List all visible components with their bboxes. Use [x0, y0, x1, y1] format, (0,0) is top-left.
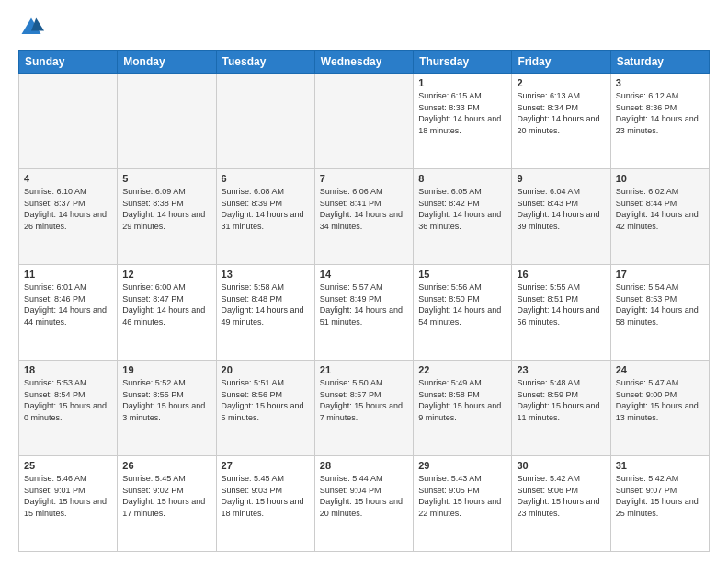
sunrise-label: Sunrise: 5:54 AM [616, 282, 679, 292]
daylight-label: Daylight: 14 hours and 44 minutes. [24, 305, 107, 327]
day-number: 17 [616, 269, 704, 280]
day-number: 13 [222, 269, 310, 280]
sunrise-label: Sunrise: 5:45 AM [222, 474, 285, 483]
sunset-label: Sunset: 8:58 PM [418, 390, 480, 399]
sunset-label: Sunset: 8:48 PM [222, 294, 283, 304]
calendar-cell: 3Sunrise: 6:12 AMSunset: 8:36 PMDaylight… [610, 74, 709, 169]
daylight-label: Daylight: 14 hours and 49 minutes. [222, 305, 304, 327]
day-number: 19 [122, 364, 210, 375]
sunrise-label: Sunrise: 5:42 AM [517, 474, 580, 483]
day-info: Sunrise: 5:50 AMSunset: 8:57 PMDaylight:… [320, 377, 408, 423]
day-info: Sunrise: 6:09 AMSunset: 8:38 PMDaylight:… [122, 186, 210, 232]
sunset-label: Sunset: 9:07 PM [616, 486, 677, 495]
day-info: Sunrise: 5:56 AMSunset: 8:50 PMDaylight:… [418, 282, 506, 327]
calendar-cell: 13Sunrise: 5:58 AMSunset: 8:48 PMDayligh… [216, 265, 314, 361]
sunset-label: Sunset: 8:53 PM [616, 294, 677, 304]
sunset-label: Sunset: 8:46 PM [24, 294, 85, 304]
calendar-table: SundayMondayTuesdayWednesdayThursdayFrid… [18, 50, 710, 552]
day-number: 9 [517, 173, 605, 184]
sunrise-label: Sunrise: 5:46 AM [24, 474, 87, 483]
day-number: 10 [616, 173, 704, 184]
day-info: Sunrise: 5:57 AMSunset: 8:49 PMDaylight:… [320, 282, 408, 327]
daylight-label: Daylight: 15 hours and 20 minutes. [320, 497, 403, 518]
day-number: 7 [320, 173, 408, 184]
calendar-cell: 31Sunrise: 5:42 AMSunset: 9:07 PMDayligh… [610, 456, 709, 552]
daylight-label: Daylight: 15 hours and 17 minutes. [122, 497, 205, 518]
calendar-cell: 19Sunrise: 5:52 AMSunset: 8:55 PMDayligh… [118, 361, 216, 456]
day-number: 28 [320, 460, 408, 471]
sunrise-label: Sunrise: 5:50 AM [320, 378, 383, 387]
day-info: Sunrise: 6:01 AMSunset: 8:46 PMDaylight:… [24, 282, 112, 327]
day-info: Sunrise: 5:49 AMSunset: 8:58 PMDaylight:… [418, 377, 506, 423]
day-info: Sunrise: 5:51 AMSunset: 8:56 PMDaylight:… [222, 377, 310, 423]
calendar-week-row: 1Sunrise: 6:15 AMSunset: 8:33 PMDaylight… [19, 74, 710, 169]
weekday-header-tuesday: Tuesday [216, 51, 314, 74]
calendar-cell: 7Sunrise: 6:06 AMSunset: 8:41 PMDaylight… [314, 169, 413, 265]
sunset-label: Sunset: 8:55 PM [122, 390, 184, 399]
daylight-label: Daylight: 14 hours and 46 minutes. [122, 305, 205, 327]
calendar-cell: 4Sunrise: 6:10 AMSunset: 8:37 PMDaylight… [19, 169, 118, 265]
weekday-header-friday: Friday [512, 51, 610, 74]
calendar-week-row: 4Sunrise: 6:10 AMSunset: 8:37 PMDaylight… [19, 169, 710, 265]
calendar-cell: 10Sunrise: 6:02 AMSunset: 8:44 PMDayligh… [610, 169, 709, 265]
sunrise-label: Sunrise: 5:47 AM [616, 378, 679, 387]
day-number: 27 [222, 460, 310, 471]
sunset-label: Sunset: 8:54 PM [24, 390, 85, 399]
daylight-label: Daylight: 15 hours and 7 minutes. [320, 401, 403, 422]
sunrise-label: Sunrise: 5:49 AM [418, 378, 482, 387]
day-number: 15 [418, 269, 506, 280]
day-info: Sunrise: 5:45 AMSunset: 9:03 PMDaylight:… [222, 473, 310, 519]
daylight-label: Daylight: 15 hours and 5 minutes. [222, 401, 304, 422]
day-info: Sunrise: 5:58 AMSunset: 8:48 PMDaylight:… [222, 282, 310, 327]
sunset-label: Sunset: 8:43 PM [517, 199, 578, 208]
day-number: 29 [418, 460, 506, 471]
daylight-label: Daylight: 15 hours and 23 minutes. [517, 497, 599, 518]
sunset-label: Sunset: 8:50 PM [418, 294, 480, 304]
calendar-cell: 5Sunrise: 6:09 AMSunset: 8:38 PMDaylight… [118, 169, 216, 265]
day-number: 26 [122, 460, 210, 471]
day-number: 21 [320, 364, 408, 375]
calendar-week-row: 11Sunrise: 6:01 AMSunset: 8:46 PMDayligh… [19, 265, 710, 361]
sunset-label: Sunset: 8:42 PM [418, 199, 480, 208]
day-number: 24 [616, 364, 704, 375]
sunrise-label: Sunrise: 6:04 AM [517, 187, 580, 196]
sunrise-label: Sunrise: 5:52 AM [122, 378, 186, 387]
weekday-header-thursday: Thursday [414, 51, 512, 74]
daylight-label: Daylight: 14 hours and 31 minutes. [222, 210, 304, 231]
day-number: 14 [320, 269, 408, 280]
day-number: 20 [222, 364, 310, 375]
calendar-cell: 24Sunrise: 5:47 AMSunset: 9:00 PMDayligh… [610, 361, 709, 456]
day-info: Sunrise: 6:02 AMSunset: 8:44 PMDaylight:… [616, 186, 704, 232]
logo [18, 15, 48, 40]
daylight-label: Daylight: 14 hours and 36 minutes. [418, 210, 501, 231]
sunrise-label: Sunrise: 6:08 AM [222, 187, 285, 196]
day-number: 18 [24, 364, 112, 375]
calendar-cell: 22Sunrise: 5:49 AMSunset: 8:58 PMDayligh… [414, 361, 512, 456]
day-number: 30 [517, 460, 605, 471]
sunset-label: Sunset: 8:56 PM [222, 390, 283, 399]
logo-icon [18, 15, 44, 40]
daylight-label: Daylight: 15 hours and 15 minutes. [24, 497, 107, 518]
weekday-header-wednesday: Wednesday [314, 51, 413, 74]
day-number: 22 [418, 364, 506, 375]
day-info: Sunrise: 5:44 AMSunset: 9:04 PMDaylight:… [320, 473, 408, 519]
calendar-cell: 15Sunrise: 5:56 AMSunset: 8:50 PMDayligh… [414, 265, 512, 361]
day-number: 3 [616, 77, 704, 88]
sunset-label: Sunset: 8:33 PM [418, 103, 480, 112]
sunrise-label: Sunrise: 5:51 AM [222, 378, 285, 387]
day-info: Sunrise: 6:10 AMSunset: 8:37 PMDaylight:… [24, 186, 112, 232]
sunset-label: Sunset: 8:38 PM [122, 199, 184, 208]
daylight-label: Daylight: 14 hours and 56 minutes. [517, 305, 599, 327]
daylight-label: Daylight: 15 hours and 0 minutes. [24, 401, 107, 422]
day-info: Sunrise: 5:52 AMSunset: 8:55 PMDaylight:… [122, 377, 210, 423]
daylight-label: Daylight: 15 hours and 11 minutes. [517, 401, 599, 422]
sunrise-label: Sunrise: 6:10 AM [24, 187, 87, 196]
calendar-header-row: SundayMondayTuesdayWednesdayThursdayFrid… [19, 51, 710, 74]
daylight-label: Daylight: 15 hours and 9 minutes. [418, 401, 501, 422]
sunrise-label: Sunrise: 6:00 AM [122, 282, 186, 292]
calendar-cell: 29Sunrise: 5:43 AMSunset: 9:05 PMDayligh… [414, 456, 512, 552]
daylight-label: Daylight: 14 hours and 54 minutes. [418, 305, 501, 327]
calendar-cell: 21Sunrise: 5:50 AMSunset: 8:57 PMDayligh… [314, 361, 413, 456]
daylight-label: Daylight: 15 hours and 3 minutes. [122, 401, 205, 422]
day-info: Sunrise: 6:12 AMSunset: 8:36 PMDaylight:… [616, 90, 704, 136]
